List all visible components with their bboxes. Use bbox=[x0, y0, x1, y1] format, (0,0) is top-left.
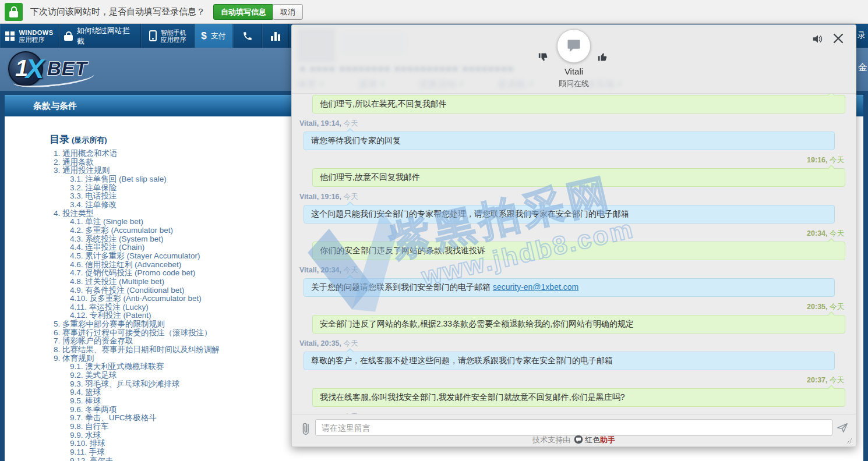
lock-icon bbox=[5, 3, 23, 21]
toc-link[interactable]: 4.12. 专利投注 (Patent) bbox=[54, 311, 322, 320]
agent-message-meta: Vitali, 19:16, 今天 bbox=[299, 192, 835, 201]
phone-icon bbox=[242, 31, 253, 41]
chat-window: 他们理亏,所以在装死,不回复我邮件Vitali, 19:14, 今天请您等待我们… bbox=[291, 24, 856, 447]
toc-link[interactable]: 2. 通用条款 bbox=[54, 158, 322, 167]
chart-icon bbox=[271, 31, 280, 41]
speech-bubble-icon bbox=[566, 38, 582, 54]
user-message-meta: 20:34, 今天 bbox=[299, 229, 844, 237]
toolbar-stats-button[interactable] bbox=[262, 24, 289, 48]
toolbar-phone-button[interactable] bbox=[233, 24, 262, 48]
autofill-notification-bar: 下次访问该网站时，是否自动填写登录信息？ 自动填写信息 取消 bbox=[0, 0, 868, 24]
toc-header: 目录(显示所有) bbox=[50, 133, 107, 146]
toc-link[interactable]: 4.8. 过关投注 (Multiple bet) bbox=[54, 278, 322, 286]
dollar-icon: $ bbox=[201, 30, 206, 42]
thumbs-up-icon[interactable] bbox=[597, 51, 610, 63]
toc-link[interactable]: 4. 投注类型 bbox=[54, 210, 322, 218]
toc-link[interactable]: 4.6. 信用投注红利 (Advancebet) bbox=[54, 261, 322, 269]
toc-link[interactable]: 4.1. 单注 (Single bet) bbox=[54, 218, 322, 226]
toc-link[interactable]: 4.11. 幸运投注 (Lucky) bbox=[54, 303, 322, 312]
toc-link[interactable]: 1. 通用概念和术语 bbox=[54, 150, 322, 158]
toc-link[interactable]: 3.2. 注单保险 bbox=[54, 184, 322, 193]
toc-link[interactable]: 6. 赛事进行过程中可接受的投注（滚球投注） bbox=[54, 329, 322, 338]
toolbar-windows-apps[interactable]: WINDOWS 应用程序 bbox=[0, 24, 59, 48]
toolbar-bypass-block[interactable]: 如何绕过网站拦截 bbox=[59, 24, 141, 48]
toc-link[interactable]: 9.8. 自行车 bbox=[54, 423, 322, 431]
user-message-meta: 20:35, 今天 bbox=[299, 302, 844, 311]
autofill-cancel-button[interactable]: 取消 bbox=[273, 4, 303, 20]
toc-link[interactable]: 9. 体育规则 bbox=[54, 354, 322, 363]
autofill-message: 下次访问该网站时，是否自动填写登录信息？ bbox=[30, 6, 205, 17]
toc-link[interactable]: 4.4. 连串投注 (Chain) bbox=[54, 243, 322, 252]
agent-message-bubble: 关于您的问题请您联系到我们安全部门的电子邮箱 security-en@1xbet… bbox=[304, 278, 835, 297]
user-message-bubble: 你们的安全部门违反了网站的条款,我找谁投诉 bbox=[312, 242, 845, 260]
chat-message-input[interactable] bbox=[315, 419, 832, 436]
agent-avatar bbox=[557, 29, 591, 63]
logo-text-bet: BET bbox=[47, 58, 87, 80]
toc-link[interactable]: 8. 比赛结果、赛事开始日期和时间以及纠纷调解 bbox=[54, 346, 322, 354]
smartphone-icon bbox=[149, 30, 157, 41]
toc-link[interactable]: 4.3. 系统投注 (System bet) bbox=[54, 235, 322, 244]
toc-link[interactable]: 9.9. 水球 bbox=[54, 431, 322, 440]
toc-link[interactable]: 3.1. 注单售回 (Bet slip sale) bbox=[54, 175, 322, 184]
user-message-bubble: 安全部门违反了网站的条款,根据2.33条款必需要全额退款给我的,你们网站有明确的… bbox=[312, 315, 845, 334]
user-message-meta: 19:16, 今天 bbox=[299, 155, 844, 164]
toc-show-all-link[interactable]: (显示所有) bbox=[72, 136, 107, 144]
toc-link[interactable]: 4.9. 有条件投注 (Conditional bet) bbox=[54, 286, 322, 295]
chat-footer: 技术支持由红色助手 bbox=[292, 435, 856, 446]
toolbar-smartphone-label2: 应用程序 bbox=[161, 36, 186, 43]
toc-link[interactable]: 9.6. 冬季两项 bbox=[54, 406, 322, 414]
support-brand-2[interactable]: 助手 bbox=[600, 435, 615, 444]
agent-message-meta: Vitali, 20:34, 今天 bbox=[299, 265, 835, 274]
toc-link[interactable]: 9.3. 羽毛球、乒乓球和沙滩排球 bbox=[54, 380, 322, 389]
user-message-bubble: 他们理亏,故意不回复我邮件 bbox=[312, 168, 845, 187]
toc-link[interactable]: 7. 博彩帐户的资金存取 bbox=[54, 337, 322, 346]
user-message-bubble: 我找在线客服,你叫我找安全部门,我发邮件安全部门就故意不回复邮件,你们是黑庄吗? bbox=[312, 388, 845, 407]
close-icon[interactable] bbox=[832, 33, 846, 47]
agent-message-meta: Vitali, 20:35, 今天 bbox=[299, 339, 835, 347]
toc-link[interactable]: 5. 多重彩中部分赛事的限制规则 bbox=[54, 320, 322, 329]
redhelper-icon bbox=[574, 435, 583, 446]
page-title: 条款与条件 bbox=[33, 101, 77, 112]
security-email-link[interactable]: security-en@1xbet.com bbox=[493, 282, 578, 292]
toc-link[interactable]: 9.10. 排球 bbox=[54, 439, 322, 448]
chat-header: ■ ■■■■ ■■■■■■■■ ■■■■■■■■■■ ■■■■■■■■ 体育 ˅… bbox=[292, 25, 856, 94]
partial-bonus-label: 金 bbox=[858, 62, 867, 74]
unlock-icon bbox=[64, 31, 73, 41]
toc-link[interactable]: 3. 通用投注规则 bbox=[54, 166, 322, 175]
resize-handle[interactable] bbox=[846, 438, 852, 444]
thumbs-down-icon[interactable] bbox=[538, 51, 551, 63]
agent-name: Vitali bbox=[292, 66, 856, 76]
partial-login-label: 录 bbox=[858, 30, 866, 41]
toc-link[interactable]: 9.11. 手球 bbox=[54, 448, 322, 457]
toolbar-payments[interactable]: $ 支付 bbox=[195, 24, 233, 48]
toolbar-smartphone-apps[interactable]: 智能手机 应用程序 bbox=[141, 24, 195, 48]
toc-link[interactable]: 4.5. 累计多重彩 (Stayer Accumulator) bbox=[54, 252, 322, 261]
toc-link[interactable]: 9.1. 澳大利亚式橄榄球联赛 bbox=[54, 363, 322, 371]
autofill-confirm-button[interactable]: 自动填写信息 bbox=[213, 4, 274, 20]
toc-link[interactable]: 9.4. 篮球 bbox=[54, 388, 322, 397]
agent-message-bubble: 尊敬的客户，在线客服不处理这些问题，请您联系跟我们专家在安全部门的电子邮箱 bbox=[304, 352, 835, 370]
toc-link[interactable]: 9.5. 棒球 bbox=[54, 397, 322, 406]
toolbar-bypass-label: 如何绕过网站拦截 bbox=[77, 26, 136, 47]
logo-text-x: X bbox=[26, 52, 44, 84]
toc-link[interactable]: 3.3. 电话投注 bbox=[54, 192, 322, 201]
toc-link[interactable]: 4.7. 促销代码投注 (Promo code bet) bbox=[54, 269, 322, 278]
user-message-bubble: 他们理亏,所以在装死,不回复我邮件 bbox=[312, 95, 845, 114]
agent-status: 顾问在线 bbox=[292, 79, 856, 89]
toc-link[interactable]: 4.10. 反多重彩 (Anti-Accumulator bet) bbox=[54, 295, 322, 303]
chat-message-list: 他们理亏,所以在装死,不回复我邮件Vitali, 19:14, 今天请您等待我们… bbox=[292, 94, 856, 414]
toc-link[interactable]: 9.12. 高尔夫 bbox=[54, 457, 322, 461]
agent-message-meta: Vitali, 19:14, 今天 bbox=[299, 119, 835, 127]
toolbar-pay-label: 支付 bbox=[211, 31, 226, 41]
toc-link[interactable]: 9.2. 美式足球 bbox=[54, 371, 322, 380]
toc-link[interactable]: 9.7. 拳击、UFC终极格斗 bbox=[54, 414, 322, 423]
agent-message-bubble: 这个问题只能我们安全部门的专家帮您处理，请您联系跟我们专家在安全部门的电子邮箱 bbox=[304, 205, 835, 224]
user-message-meta: 20:37, 今天 bbox=[299, 375, 844, 384]
toolbar-windows-label2: 应用程序 bbox=[19, 36, 53, 43]
1xbet-logo[interactable]: 1 X BET bbox=[8, 51, 125, 87]
support-brand-1[interactable]: 红色 bbox=[585, 435, 600, 444]
sound-toggle-icon[interactable] bbox=[811, 33, 825, 47]
toc-link[interactable]: 3.4. 注单修改 bbox=[54, 201, 322, 210]
windows-icon bbox=[5, 31, 15, 41]
toc-link[interactable]: 4.2. 多重彩 (Accumulator bet) bbox=[54, 226, 322, 235]
